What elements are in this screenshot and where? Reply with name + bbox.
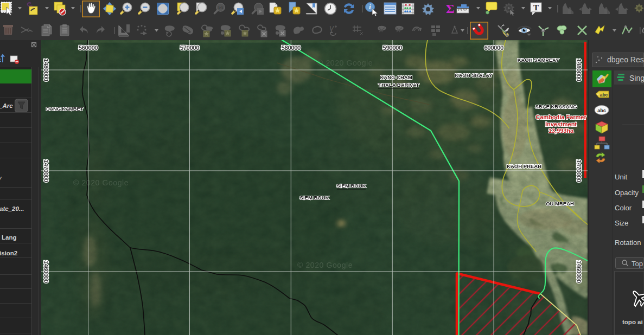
svg-text:SRAE KRASANG: SRAE KRASANG [535,104,577,109]
svg-text:Sing: Sing [629,74,644,82]
svg-text:KAOH SRALAY: KAOH SRALAY [455,72,493,78]
svg-text:OU MREAH: OU MREAH [546,201,574,207]
svg-text:Opacity: Opacity [615,189,639,197]
svg-text:1460000: 1460000 [43,260,49,282]
svg-text:THALA BARIVAT: THALA BARIVAT [378,82,419,88]
svg-text:ision2: ision2 [0,250,17,256]
svg-text:Investment: Investment [545,121,577,127]
svg-text:dbgeo Res: dbgeo Res [607,55,644,64]
svg-text:Unit: Unit [615,173,628,181]
svg-text:© 2020 Google: © 2020 Google [73,178,129,187]
svg-text:600000: 600000 [484,44,503,51]
svg-text:Cambodia Farmer: Cambodia Farmer [535,114,586,120]
svg-text:abc: abc [600,92,608,98]
svg-text:© 2020 Google: © 2020 Google [317,59,373,67]
svg-text:Σ: Σ [446,2,455,16]
svg-text:Size: Size [615,219,628,227]
svg-text:KAOH SAMPEAY: KAOH SAMPEAY [518,57,559,63]
svg-text:1460000: 1460000 [576,260,582,282]
svg-text:T: T [533,3,539,12]
svg-text:SIEM BOUK: SIEM BOUK [337,183,366,189]
svg-text:_Are: _Are [0,102,13,109]
svg-text:560000: 560000 [79,44,98,51]
svg-text:Color: Color [615,204,632,212]
svg-text:1480000: 1480000 [43,59,49,81]
svg-text:570000: 570000 [180,44,199,51]
svg-text:580000: 580000 [282,44,301,51]
svg-text:KANG CHAM: KANG CHAM [380,74,412,80]
svg-text:© 2020 Google: © 2020 Google [297,261,353,269]
svg-text:Rotation: Rotation [615,239,641,247]
svg-text:Lang: Lang [2,234,16,241]
svg-text:Top: Top [632,260,643,268]
svg-text:DANG KAMBET: DANG KAMBET [46,106,83,112]
svg-text:ate_20...: ate_20... [0,205,24,212]
svg-text:topo ai: topo ai [622,319,643,325]
svg-text:SIEM BOUK: SIEM BOUK [300,195,329,201]
svg-text:abc: abc [597,108,606,113]
svg-text:1470000: 1470000 [576,159,582,182]
svg-text:1480000: 1480000 [576,59,582,81]
svg-text:1:1: 1:1 [218,6,224,10]
svg-text:13,993ha: 13,993ha [549,127,574,134]
svg-text:KAOH PREAH: KAOH PREAH [507,163,541,169]
svg-text:1470000: 1470000 [43,159,49,182]
svg-text:590000: 590000 [383,44,402,51]
